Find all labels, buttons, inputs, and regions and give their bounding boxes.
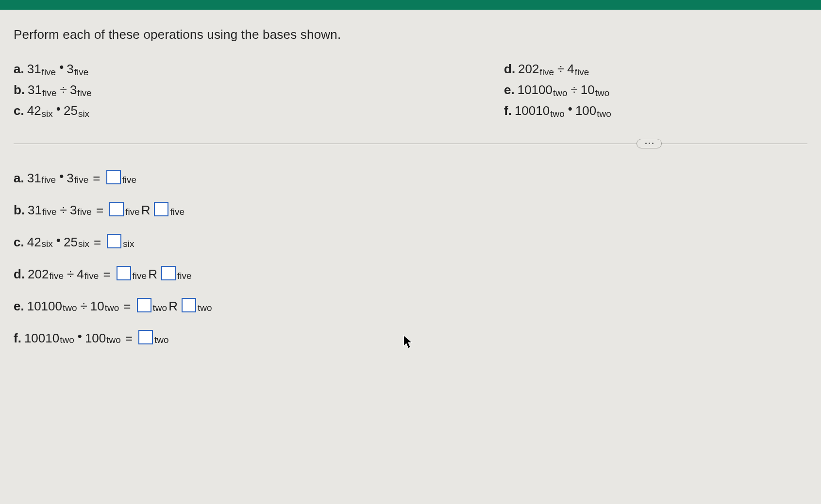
base-subscript: two [595,85,610,100]
answer-input-d-remainder[interactable] [161,266,176,280]
answer-operand: 42 [27,236,41,248]
answer-operand: 25 [64,236,78,248]
problem-operand: 3 [70,80,77,100]
problem-operand: 10010 [515,100,550,121]
base-subscript: two [597,106,611,121]
answer-input-b-quotient[interactable] [109,202,124,216]
problem-operand: 100 [575,100,596,121]
problem-label: c. [14,100,24,121]
problem-operand: 10 [581,80,595,100]
base-subscript: five [84,271,99,280]
divide-operator: ÷ [571,80,578,100]
problem-b: b. 31five ÷ 3five [14,80,504,100]
problem-d: d. 202five ÷ 4five [504,59,807,80]
dot-icon [645,143,647,144]
problem-operand: 31 [27,59,41,80]
base-subscript: five [540,65,554,80]
equals-sign: = [103,268,110,280]
base-subscript: two [198,303,212,312]
problems-right-column: d. 202five ÷ 4five e. 10100two ÷ 10two f… [504,59,807,121]
answer-operand: 31 [27,172,41,184]
problems-columns: a. 31five • 3five b. 31five ÷ 3five c. 4… [14,59,807,121]
dot-icon [652,143,653,144]
top-bar [0,0,821,10]
base-subscript: five [50,271,64,280]
base-subscript: five [177,271,192,280]
base-subscript: five [133,271,147,280]
dot-operator: • [59,170,64,182]
divide-operator: ÷ [557,59,564,80]
base-subscript: five [42,85,57,100]
problem-operand: 42 [27,100,41,121]
divide-operator: ÷ [81,300,87,312]
answer-input-e-remainder[interactable] [182,298,196,312]
base-subscript: five [74,65,89,80]
answer-label: f. [14,332,21,344]
base-subscript: five [125,207,140,216]
problem-operand: 25 [64,100,78,121]
problem-operand: 31 [28,80,42,100]
problem-label: d. [504,59,515,80]
remainder-label: R [141,204,151,216]
answer-operand: 3 [67,172,73,184]
answer-input-b-remainder[interactable] [154,202,168,216]
answer-a: a. 31five • 3five = five [14,171,807,185]
answer-e: e. 10100two ÷ 10two = two R two [14,299,807,313]
dot-operator: • [56,98,61,119]
problem-label: b. [14,80,25,100]
answer-c: c. 42six • 25six = six [14,235,807,249]
base-subscript: five [77,207,92,216]
answer-operand: 10 [90,300,104,312]
base-subscript: six [78,106,89,121]
answer-label: e. [14,300,24,312]
answer-label: d. [14,268,25,280]
base-subscript: two [154,335,169,344]
base-subscript: two [553,85,568,100]
problem-c: c. 42six • 25six [14,100,504,121]
problems-left-column: a. 31five • 3five b. 31five ÷ 3five c. 4… [14,59,504,121]
equals-sign: = [94,236,101,248]
dot-operator: • [78,330,82,342]
problem-a: a. 31five • 3five [14,59,504,80]
equals-sign: = [93,172,100,184]
remainder-label: R [168,300,178,312]
expand-button[interactable] [637,139,662,148]
base-subscript: five [77,85,92,100]
answers-section: a. 31five • 3five = five b. 31five ÷ 3fi… [14,171,807,345]
answer-label: a. [14,172,24,184]
problem-operand: 10100 [518,80,553,100]
base-subscript: six [78,239,89,248]
dot-icon [649,143,650,144]
answer-input-c[interactable] [107,234,121,248]
answer-operand: 10100 [27,300,62,312]
base-subscript: five [575,65,589,80]
base-subscript: five [74,175,89,184]
equals-sign: = [96,204,103,216]
dot-operator: • [59,57,64,78]
answer-input-e-quotient[interactable] [137,298,151,312]
answer-d: d. 202five ÷ 4five = five R five [14,267,807,281]
answer-operand: 202 [28,268,49,280]
base-subscript: two [63,303,77,312]
instruction-text: Perform each of these operations using t… [14,27,807,42]
base-subscript: five [42,207,57,216]
answer-operand: 10010 [24,332,59,344]
divider-line [14,144,807,144]
dot-operator: • [568,98,572,119]
answer-b: b. 31five ÷ 3five = five R five [14,203,807,217]
answer-operand: 4 [77,268,84,280]
base-subscript: five [122,175,137,184]
divide-operator: ÷ [67,268,74,280]
answer-operand: 31 [28,204,42,216]
answer-f: f. 10010two • 100two = two [14,331,807,345]
equals-sign: = [123,300,131,312]
answer-input-d-quotient[interactable] [117,266,131,280]
answer-input-a[interactable] [106,170,121,184]
problem-operand: 4 [567,59,574,80]
base-subscript: six [42,106,53,121]
problem-label: a. [14,59,24,80]
base-subscript: two [105,303,119,312]
base-subscript: two [106,335,121,344]
answer-input-f[interactable] [138,330,153,344]
equals-sign: = [125,332,133,344]
